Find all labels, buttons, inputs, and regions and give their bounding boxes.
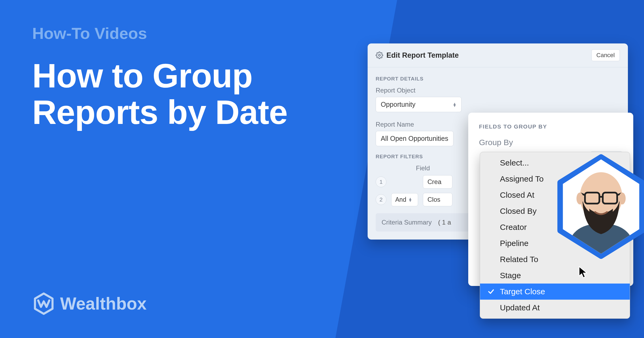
presenter-avatar: [555, 154, 644, 259]
dialog-title-text: Edit Report Template: [386, 51, 459, 60]
filter-operator-value: And: [395, 196, 406, 203]
svg-point-11: [619, 193, 625, 204]
report-name-value: All Open Opportunities: [381, 135, 448, 142]
eyebrow: How-To Videos: [32, 24, 147, 43]
group-by-label: Group By: [479, 138, 623, 147]
gear-icon: [376, 52, 383, 59]
dropdown-item[interactable]: Target Close: [480, 284, 630, 300]
filter-field-column: Field: [416, 164, 430, 172]
chevron-updown-icon: ▲▼: [453, 102, 456, 107]
brand-name: Wealthbox: [60, 294, 147, 314]
svg-point-10: [576, 193, 583, 204]
chevron-updown-icon: ▲▼: [408, 197, 412, 202]
wealthbox-icon: [32, 292, 55, 315]
page-title: How to Group Reports by Date: [32, 58, 287, 131]
dialog-header: Edit Report Template Cancel: [368, 43, 628, 67]
dropdown-item[interactable]: Updated At: [480, 300, 630, 316]
filter-row-number: 2: [376, 194, 386, 205]
check-icon: [488, 288, 495, 295]
criteria-summary-value: ( 1 a: [438, 219, 451, 226]
dropdown-item[interactable]: Stage: [480, 267, 630, 284]
report-object-label: Report Object: [376, 87, 462, 94]
filter-row-number: 1: [376, 177, 386, 187]
report-details-heading: REPORT DETAILS: [376, 76, 620, 82]
headline-line-1: How to Group: [32, 57, 253, 95]
report-name-input[interactable]: All Open Opportunities: [376, 131, 453, 146]
criteria-summary-label: Criteria Summary: [382, 219, 432, 226]
brand-logo: Wealthbox: [32, 292, 147, 315]
report-object-select[interactable]: Opportunity ▲▼: [376, 97, 462, 112]
filter-operator-select[interactable]: And ▲▼: [391, 193, 418, 206]
svg-point-0: [379, 54, 380, 56]
filter-field-select[interactable]: Clos: [423, 193, 452, 206]
report-object-value: Opportunity: [381, 101, 415, 108]
filter-field-select[interactable]: Crea: [423, 175, 452, 189]
cancel-button[interactable]: Cancel: [591, 49, 620, 61]
cursor-icon: [578, 266, 588, 280]
fields-to-group-heading: FIELDS TO GROUP BY: [479, 123, 623, 130]
headline-line-2: Reports by Date: [32, 93, 287, 131]
